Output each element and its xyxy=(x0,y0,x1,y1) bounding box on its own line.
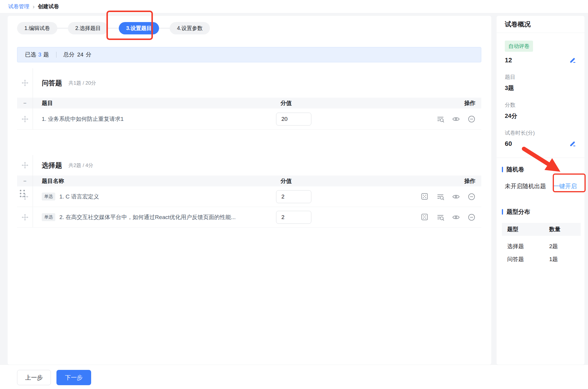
breadcrumb-current: 创建试卷 xyxy=(38,3,59,10)
drag-move-icon[interactable] xyxy=(21,79,29,87)
sidebar-title: 试卷概况 xyxy=(497,16,584,33)
breadcrumb-parent-link[interactable]: 试卷管理 xyxy=(8,3,29,10)
question-title: 1. C 语言宏定义 xyxy=(59,193,99,201)
distribution-section: 题型分布 xyxy=(502,208,577,216)
distribution-row: 问答题 1题 xyxy=(502,253,581,266)
paper-overview-panel: 试卷概况 自动评卷 12 题目 3题 分数 24分 试卷时长(分) 60 随机卷… xyxy=(497,16,584,365)
section-essay-questions: 问答题 共1题 / 20分 − 题目 分值 操作 1 xyxy=(8,68,491,130)
remove-icon[interactable] xyxy=(468,193,475,201)
section-meta: 共2题 / 4分 xyxy=(69,162,93,169)
edit-pencil-icon[interactable] xyxy=(569,56,577,64)
breadcrumb: 试卷管理 › 创建试卷 xyxy=(0,0,588,13)
table-header: − 题目 分值 操作 xyxy=(17,98,481,108)
list-search-icon[interactable] xyxy=(437,193,444,201)
step-set-questions[interactable]: 3.设置题目 xyxy=(119,22,159,34)
drag-move-icon[interactable] xyxy=(21,161,29,169)
random-status-text: 未开启随机出题 xyxy=(505,182,546,190)
previous-step-button[interactable]: 上一步 xyxy=(17,370,51,385)
total-label: 总分 xyxy=(64,51,75,59)
remove-icon[interactable] xyxy=(468,213,475,221)
section-accent-bar xyxy=(502,167,503,172)
drag-move-icon[interactable] xyxy=(21,213,29,221)
selected-unit: 题 xyxy=(44,51,49,59)
next-step-button[interactable]: 下一步 xyxy=(56,370,91,385)
section-title: 问答题 xyxy=(42,79,62,88)
eye-icon[interactable] xyxy=(452,213,460,221)
distribution-header: 题型 数量 xyxy=(502,223,581,236)
column-count: 数量 xyxy=(549,226,581,233)
dice-icon[interactable] xyxy=(421,213,429,221)
section-header: 选择题 共2题 / 4分 xyxy=(17,155,481,176)
random-paper-title: 随机卷 xyxy=(507,166,524,173)
collapse-icon[interactable]: − xyxy=(23,178,26,184)
selected-label: 已选 xyxy=(25,51,36,59)
field-label: 试卷时长(分) xyxy=(505,129,577,136)
section-drag-dots-icon[interactable] xyxy=(18,188,26,200)
field-value: 24分 xyxy=(505,112,577,120)
column-action: 操作 xyxy=(464,177,475,185)
remove-icon[interactable] xyxy=(468,115,475,123)
total-unit: 分 xyxy=(86,51,91,59)
wizard-footer: 上一步 下一步 xyxy=(0,365,588,389)
distribution-table: 题型 数量 选择题 2题 问答题 1题 xyxy=(502,223,581,266)
score-input[interactable] xyxy=(276,190,311,203)
count-cell: 2题 xyxy=(549,243,581,250)
paper-name-value: 12 xyxy=(505,56,512,64)
duration-value: 60 xyxy=(505,140,512,148)
section-choice-questions: 选择题 共2题 / 4分 − 题目名称 分值 操作 xyxy=(8,155,491,228)
distribution-title: 题型分布 xyxy=(507,208,530,216)
list-search-icon[interactable] xyxy=(437,213,444,221)
distribution-row: 选择题 2题 xyxy=(502,240,581,253)
count-cell: 1题 xyxy=(549,256,581,263)
summary-divider xyxy=(56,52,56,58)
question-title: 1. 业务系统中如何防止重复请求1 xyxy=(42,115,124,123)
question-title: 2. 在高交互社交媒体平台中，如何通过React优化用户反馈页面的性能... xyxy=(59,213,236,221)
column-question: 题目名称 xyxy=(42,177,64,185)
chevron-right-icon: › xyxy=(33,3,35,10)
field-label: 分数 xyxy=(505,101,577,108)
field-label: 题目 xyxy=(505,74,577,81)
score-input[interactable] xyxy=(276,113,311,126)
list-search-icon[interactable] xyxy=(437,115,444,123)
divider xyxy=(497,158,584,158)
question-setup-panel: 1.编辑试卷 2.选择题目 3.设置题目 4.设置参数 已选 3 题 总分 24… xyxy=(8,16,491,365)
single-choice-tag: 单选 xyxy=(42,213,55,221)
question-row: 单选 2. 在高交互社交媒体平台中，如何通过React优化用户反馈页面的性能..… xyxy=(17,207,481,228)
auto-grading-badge: 自动评卷 xyxy=(505,41,533,52)
column-question: 题目 xyxy=(42,99,53,107)
question-row: 1. 业务系统中如何防止重复请求1 xyxy=(17,108,481,130)
random-paper-section: 随机卷 xyxy=(502,166,577,173)
drag-move-icon[interactable] xyxy=(21,115,29,123)
column-score: 分值 xyxy=(280,177,292,185)
step-set-params[interactable]: 4.设置参数 xyxy=(170,22,210,34)
eye-icon[interactable] xyxy=(452,193,460,201)
dice-icon[interactable] xyxy=(421,193,429,201)
column-action: 操作 xyxy=(464,99,475,107)
step-pick-questions[interactable]: 2.选择题目 xyxy=(68,22,108,34)
selection-summary-bar: 已选 3 题 总分 24 分 xyxy=(17,47,481,62)
column-type: 题型 xyxy=(507,226,549,233)
section-title: 选择题 xyxy=(42,161,62,170)
single-choice-tag: 单选 xyxy=(42,193,55,201)
selected-count: 3 xyxy=(38,51,41,58)
eye-icon[interactable] xyxy=(452,115,460,123)
section-meta: 共1题 / 20分 xyxy=(69,80,96,86)
column-score: 分值 xyxy=(280,99,292,107)
total-value: 24 xyxy=(77,51,83,58)
section-header: 问答题 共1题 / 20分 xyxy=(17,68,481,98)
field-value: 3题 xyxy=(505,84,577,92)
collapse-icon[interactable]: − xyxy=(23,101,26,106)
score-input[interactable] xyxy=(276,211,311,224)
one-click-enable-link[interactable]: 一键开启 xyxy=(553,182,577,190)
step-wizard: 1.编辑试卷 2.选择题目 3.设置题目 4.设置参数 xyxy=(17,22,491,34)
step-edit-paper[interactable]: 1.编辑试卷 xyxy=(17,22,57,34)
type-cell: 选择题 xyxy=(507,243,549,250)
section-accent-bar xyxy=(502,209,503,215)
edit-pencil-icon[interactable] xyxy=(569,140,577,148)
table-header: − 题目名称 分值 操作 xyxy=(17,176,481,186)
question-row: 单选 1. C 语言宏定义 xyxy=(17,186,481,207)
type-cell: 问答题 xyxy=(507,256,549,263)
